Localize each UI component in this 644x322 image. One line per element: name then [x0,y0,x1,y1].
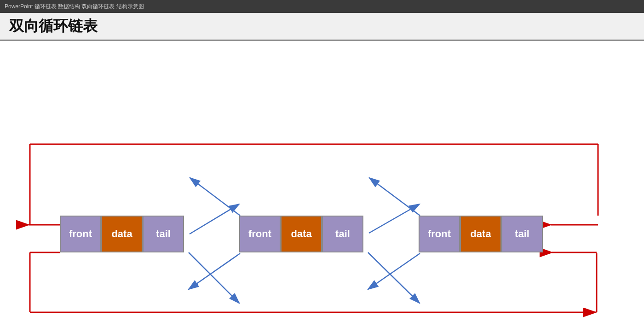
top-bar: PowerPoint 循环链表 数据结构 双向循环链表 结构示意图 [0,0,644,13]
page-title: 双向循环链表 [9,16,98,36]
node-3: front data tail [419,216,543,252]
node1-tail: tail [143,216,184,252]
node-2: front data tail [239,216,363,252]
diagram-svg [0,41,644,322]
node2-data: data [281,216,322,252]
svg-line-21 [368,252,420,303]
node-1: front data tail [60,216,184,252]
node3-front: front [419,216,460,252]
node2-front: front [239,216,281,252]
node2-tail: tail [322,216,363,252]
title-bar: 双向循环链表 [0,13,644,41]
svg-line-16 [189,253,240,289]
node3-tail: tail [501,216,543,252]
svg-line-18 [368,253,420,289]
svg-line-17 [369,204,420,233]
node1-data: data [101,216,143,252]
node1-front: front [60,216,101,252]
svg-line-20 [190,178,240,216]
svg-line-19 [189,252,239,303]
node3-data: data [460,216,501,252]
svg-line-22 [369,178,420,216]
top-bar-text: PowerPoint 循环链表 数据结构 双向循环链表 结构示意图 [5,3,144,11]
diagram-area: front data tail front data tail front da… [0,41,644,322]
